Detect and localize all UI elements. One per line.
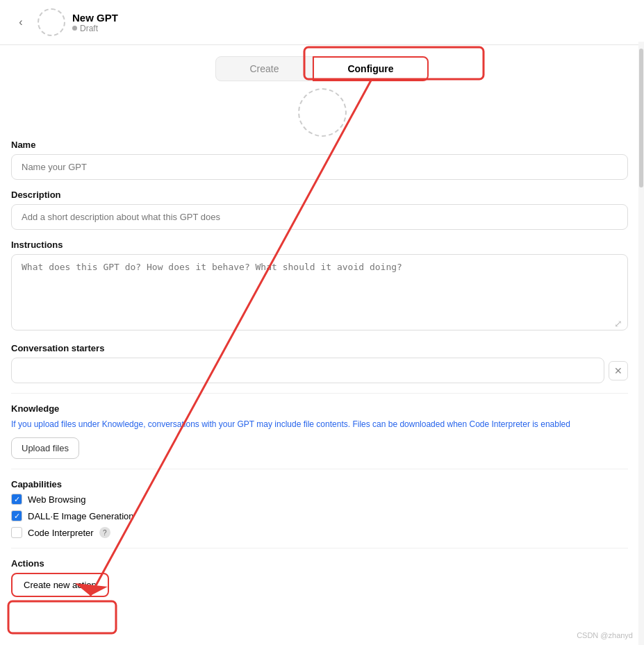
tab-bar: Create Configure	[0, 45, 644, 81]
instructions-input[interactable]	[11, 254, 628, 330]
capability-code-interpreter: Code Interpreter ?	[11, 527, 628, 538]
scrollbar[interactable]	[638, 42, 644, 645]
actions-section: Actions Create new action	[11, 558, 628, 597]
instructions-section: Instructions ⤢	[11, 240, 628, 333]
actions-label: Actions	[11, 558, 628, 569]
description-section: Description	[11, 190, 628, 230]
header-info: New GPT Draft	[72, 12, 118, 33]
capabilities-section: Capabilities ✓ Web Browsing ✓ DALL·E Ima…	[11, 479, 628, 538]
avatar	[38, 8, 65, 36]
header: ‹ New GPT Draft	[0, 0, 644, 45]
name-label: Name	[11, 140, 628, 150]
knowledge-description: If you upload files under Knowledge, con…	[11, 418, 628, 430]
create-new-action-button[interactable]: Create new action	[11, 573, 109, 597]
page-title: New GPT	[72, 12, 118, 24]
avatar-upload-area[interactable]	[0, 88, 644, 137]
name-input[interactable]	[11, 154, 628, 180]
upload-files-button[interactable]: Upload files	[11, 437, 79, 459]
knowledge-label: Knowledge	[11, 403, 628, 414]
capability-dalle: ✓ DALL·E Image Generation	[11, 510, 628, 521]
dalle-checkbox[interactable]: ✓	[11, 510, 22, 521]
web-browsing-label: Web Browsing	[28, 494, 86, 505]
expand-icon[interactable]: ⤢	[614, 318, 622, 329]
description-label: Description	[11, 190, 628, 200]
divider	[11, 393, 628, 394]
starter-row: ✕	[11, 358, 628, 383]
tab-configure[interactable]: Configure	[313, 56, 428, 81]
name-section: Name	[11, 140, 628, 180]
instructions-label: Instructions	[11, 240, 628, 250]
back-button[interactable]: ‹	[11, 12, 31, 32]
tab-create[interactable]: Create	[215, 56, 313, 81]
close-icon: ✕	[614, 365, 622, 376]
knowledge-section: Knowledge If you upload files under Know…	[11, 403, 628, 459]
conversation-starters-label: Conversation starters	[11, 343, 628, 353]
capabilities-list: ✓ Web Browsing ✓ DALL·E Image Generation…	[11, 494, 628, 538]
divider-2	[11, 469, 628, 469]
scroll-thumb[interactable]	[639, 49, 643, 187]
status-badge: Draft	[72, 24, 118, 33]
code-interpreter-checkbox[interactable]	[11, 527, 22, 538]
dalle-label: DALL·E Image Generation	[28, 511, 133, 521]
code-interpreter-help-icon[interactable]: ?	[99, 527, 110, 538]
main-content: Name Description Instructions ⤢ Conversa…	[0, 140, 639, 608]
web-browsing-checkbox[interactable]: ✓	[11, 494, 22, 505]
conversation-starters-section: Conversation starters ✕	[11, 343, 628, 383]
divider-3	[11, 548, 628, 548]
starter-input[interactable]	[11, 358, 604, 383]
starter-remove-button[interactable]: ✕	[609, 361, 628, 380]
code-interpreter-label: Code Interpreter	[28, 528, 94, 538]
capability-web-browsing: ✓ Web Browsing	[11, 494, 628, 505]
avatar-circle-icon[interactable]	[298, 88, 347, 137]
capabilities-label: Capabilities	[11, 479, 628, 489]
description-input[interactable]	[11, 204, 628, 230]
watermark: CSDN @zhanyd	[577, 631, 633, 639]
instructions-wrapper: ⤢	[11, 254, 628, 333]
status-dot-icon	[72, 26, 77, 31]
